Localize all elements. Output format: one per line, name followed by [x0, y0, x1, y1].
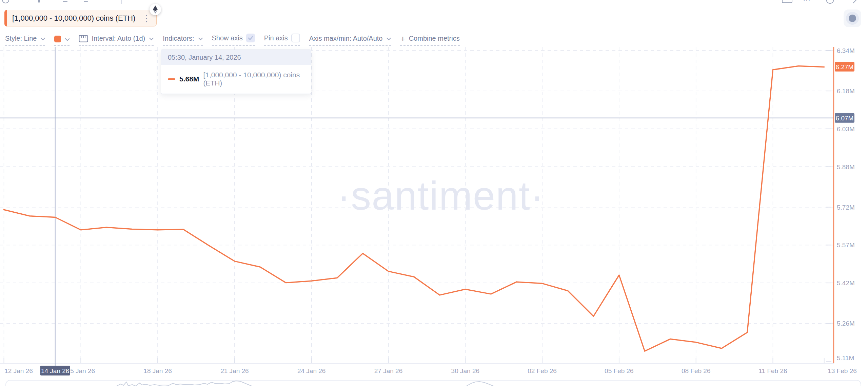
- reference-value-badge-label: 6.07M: [836, 115, 854, 122]
- crosshair-date-badge-label: 14 Jan 26: [41, 367, 69, 374]
- show-axis-label: Show axis: [212, 34, 243, 42]
- ethereum-icon: [150, 4, 161, 15]
- show-axis-toggle[interactable]: Show axis: [212, 34, 255, 46]
- ruler-icon: [79, 35, 88, 42]
- latest-value-badge-label: 6.27M: [836, 63, 854, 71]
- clipped-icon-square: [63, 1, 67, 2]
- indicators-label: Indicators:: [163, 35, 194, 42]
- y-axis-tick-label: 6.18M: [837, 88, 855, 95]
- x-axis-tick-label: 21 Jan 26: [220, 367, 249, 374]
- chart-tooltip: 05:30, January 14, 2026 5.68M [1,000,000…: [161, 50, 311, 94]
- preview-sparkline: [466, 382, 494, 386]
- y-axis-tick-label: 5.72M: [837, 204, 855, 211]
- axis-maxmin-label: Axis max/min: Auto/Auto: [309, 35, 383, 42]
- show-axis-checkbox[interactable]: [246, 34, 255, 42]
- pin-axis-label: Pin axis: [264, 34, 288, 42]
- chart-toolbar: Style: Line Interval: Auto (1d) Indicato…: [5, 34, 460, 46]
- x-axis-tick-label: 12 Jan 26: [4, 367, 33, 374]
- clipped-layout-icon: [782, 0, 792, 3]
- style-label: Style: Line: [5, 35, 37, 42]
- clipped-icon-round: [84, 1, 88, 2]
- clipped-icon-bar: [38, 0, 40, 3]
- chart-range-preview[interactable]: [5, 380, 861, 386]
- x-axis-tick-label: 05 Feb 26: [605, 367, 634, 374]
- combine-metrics-label: Combine metrics: [409, 35, 460, 42]
- y-axis-tick-label: 5.57M: [837, 242, 855, 249]
- color-swatch[interactable]: [54, 36, 61, 42]
- tooltip-metric-name: [1,000,000 - 10,000,000) coins (ETH): [203, 71, 304, 87]
- x-axis-tick-label: 08 Feb 26: [682, 367, 711, 374]
- color-swatch-dropdown[interactable]: [54, 36, 70, 46]
- x-axis-tick-label: 13 Feb 26: [828, 367, 857, 374]
- interval-dropdown[interactable]: Interval: Auto (1d): [79, 35, 154, 46]
- santiment-watermark: ·santiment·: [337, 173, 545, 218]
- chart-settings-button[interactable]: [844, 9, 861, 27]
- check-icon: [248, 35, 254, 41]
- interval-label: Interval: Auto (1d): [92, 35, 145, 42]
- y-axis-tick-label: 5.88M: [837, 163, 855, 171]
- tooltip-date: 05:30, January 14, 2026: [161, 50, 311, 65]
- x-axis-tick-label: 02 Feb 26: [528, 367, 557, 374]
- tooltip-value: 5.68M: [179, 75, 199, 83]
- preview-sparkline: [116, 381, 252, 386]
- pin-axis-checkbox[interactable]: [291, 34, 300, 42]
- y-axis-tick-label: 5.11M: [837, 354, 854, 362]
- chevron-down-icon: [149, 38, 154, 40]
- style-dropdown[interactable]: Style: Line: [5, 35, 45, 46]
- metric-chip[interactable]: [1,000,000 - 10,000,000) coins (ETH) ⋮: [4, 10, 157, 26]
- x-axis-tick-label: 18 Jan 26: [143, 367, 172, 374]
- dot-circle-icon: [846, 12, 859, 25]
- santiment-chart-widget: 6.34M6.18M6.03M5.88M5.72M5.57M5.42M5.26M…: [0, 0, 868, 386]
- chevron-down-icon: [65, 38, 70, 41]
- y-axis-tick-label: 6.03M: [837, 126, 855, 133]
- pin-axis-toggle[interactable]: Pin axis: [264, 34, 300, 46]
- clipped-dots-icon: ⋯: [803, 0, 812, 1]
- chevron-down-icon: [41, 38, 45, 40]
- indicators-dropdown[interactable]: Indicators:: [163, 35, 202, 46]
- axis-maxmin-dropdown[interactable]: Axis max/min: Auto/Auto: [309, 35, 391, 46]
- clipped-divider: [121, 0, 122, 4]
- chevron-down-icon: [387, 38, 391, 40]
- plus-icon: +: [400, 36, 405, 42]
- x-axis-tick-label: 30 Jan 26: [451, 367, 479, 374]
- x-axis-tick-label: 15 Jan 26: [67, 367, 95, 374]
- kebab-icon[interactable]: ⋮: [142, 15, 151, 22]
- x-axis-tick-label: 27 Jan 26: [374, 367, 402, 374]
- series-dash-icon: [168, 78, 175, 80]
- line-chart-plot[interactable]: 6.34M6.18M6.03M5.88M5.72M5.57M5.42M5.26M…: [0, 0, 868, 386]
- x-axis-tick-label: 11 Feb 26: [758, 367, 787, 374]
- y-axis-tick-label: 5.26M: [837, 320, 855, 327]
- combine-metrics-button[interactable]: + Combine metrics: [400, 35, 459, 46]
- metric-chip-label: [1,000,000 - 10,000,000) coins (ETH): [12, 14, 135, 23]
- y-axis-tick-label: 5.42M: [837, 279, 855, 287]
- x-axis-tick-label: 24 Jan 26: [297, 367, 326, 374]
- chevron-down-icon: [198, 38, 203, 40]
- y-axis-tick-label: 6.34M: [837, 47, 855, 54]
